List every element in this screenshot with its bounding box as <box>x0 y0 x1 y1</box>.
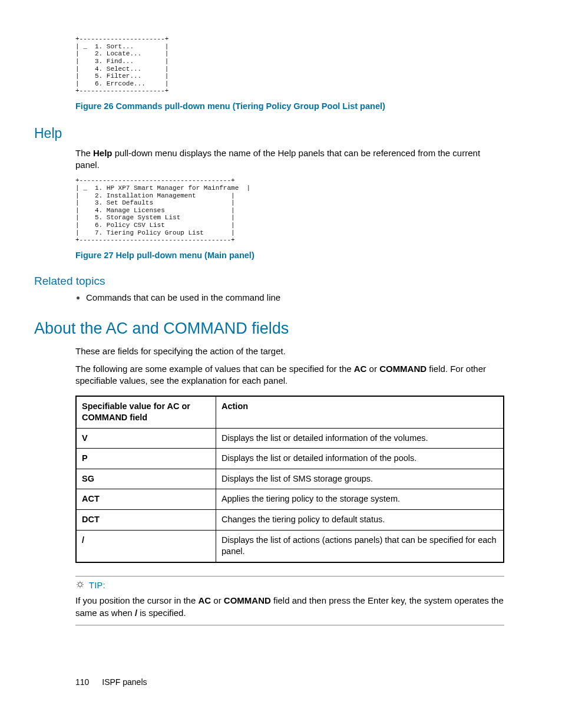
table-row: VDisplays the list or detailed informati… <box>76 428 504 449</box>
table-row: SGDisplays the list of SMS storage group… <box>76 469 504 489</box>
table-cell-action: Displays the list or detailed informatio… <box>216 449 504 469</box>
tip-text: If you position the cursor in the AC or … <box>75 595 504 619</box>
table-header-action: Action <box>216 396 504 429</box>
page-number: 110 <box>75 677 89 687</box>
help-para-pre: The <box>75 148 93 158</box>
svg-line-8 <box>82 587 82 587</box>
figure-26-caption: Figure 26 Commands pull-down menu (Tieri… <box>75 101 504 113</box>
about-p1: These are fields for specifying the acti… <box>75 345 504 357</box>
related-topics-list: Commands that can be used in the command… <box>75 292 504 304</box>
table-row: DCTChanges the tiering policy to default… <box>76 510 504 531</box>
svg-line-7 <box>78 587 78 587</box>
footer-section: ISPF panels <box>102 677 147 687</box>
menu1-pre: +----------------------+ | _ 1. Sort... … <box>75 35 504 95</box>
table-row: /Displays the list of actions (actions p… <box>76 530 504 562</box>
table-cell-action: Displays the list of actions (actions pa… <box>216 530 504 562</box>
about-heading: About the AC and COMMAND fields <box>34 318 504 339</box>
tip-label: TIP: <box>89 580 105 592</box>
table-cell-value: P <box>76 449 216 469</box>
about-p2: The following are some example of values… <box>75 363 504 387</box>
svg-point-0 <box>78 583 82 587</box>
help-heading: Help <box>34 124 504 143</box>
table-row: PDisplays the list or detailed informati… <box>76 449 504 469</box>
related-topics-heading: Related topics <box>34 274 504 289</box>
table-header-value: Specifiable value for AC or COMMAND fiel… <box>76 396 216 429</box>
command-table: Specifiable value for AC or COMMAND fiel… <box>75 396 504 563</box>
page-footer: 110 ISPF panels <box>75 677 147 688</box>
lightbulb-icon <box>75 581 85 590</box>
table-cell-value: / <box>76 530 216 562</box>
table-cell-value: ACT <box>76 489 216 510</box>
table-cell-value: V <box>76 428 216 449</box>
svg-line-6 <box>82 582 82 583</box>
table-cell-value: SG <box>76 469 216 489</box>
table-cell-action: Changes the tiering policy to default st… <box>216 510 504 531</box>
svg-line-5 <box>78 582 78 583</box>
tip-block: TIP: If you position the cursor in the A… <box>75 576 504 625</box>
tip-rule-bottom <box>75 625 504 625</box>
help-paragraph: The Help pull-down menu displays the nam… <box>75 147 504 172</box>
table-cell-action: Displays the list or detailed informatio… <box>216 428 504 449</box>
table-cell-action: Displays the list of SMS storage groups. <box>216 469 504 489</box>
tip-rule-top <box>75 576 504 577</box>
related-topics-item: Commands that can be used in the command… <box>86 292 504 304</box>
help-para-post: pull-down menu displays the name of the … <box>75 148 480 170</box>
figure-27-caption: Figure 27 Help pull-down menu (Main pane… <box>75 250 504 262</box>
table-cell-action: Applies the tiering policy to the storag… <box>216 489 504 510</box>
table-row: ACTApplies the tiering policy to the sto… <box>76 489 504 510</box>
menu2-pre: +---------------------------------------… <box>75 177 504 244</box>
help-para-bold: Help <box>93 148 113 158</box>
table-cell-value: DCT <box>76 510 216 531</box>
